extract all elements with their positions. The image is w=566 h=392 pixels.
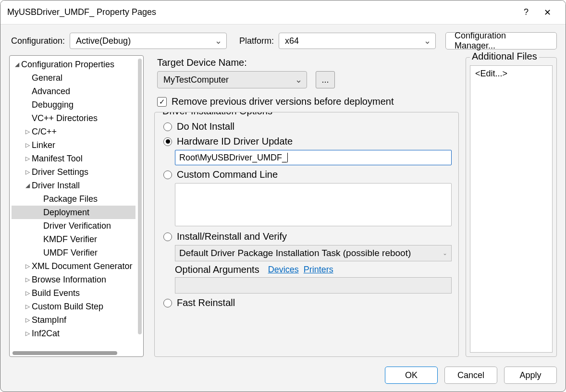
custom-cmd-input[interactable] <box>175 183 452 226</box>
configuration-combo[interactable]: Active(Debug) ⌄ <box>70 33 227 49</box>
target-device-combo[interactable]: MyTestComputer ⌄ <box>157 71 307 88</box>
remove-previous-checkbox[interactable] <box>157 97 167 107</box>
tree-item-label: Build Events <box>32 288 80 298</box>
tree-item-label: Driver Settings <box>32 167 88 177</box>
browse-device-button[interactable]: ... <box>316 71 335 88</box>
tree-item-label: Driver Install <box>32 181 80 191</box>
tree-item-linker[interactable]: ▷Linker <box>12 138 135 152</box>
tree-item-advanced[interactable]: ▷Advanced <box>12 85 135 98</box>
arrow-right-icon: ▷ <box>23 290 32 296</box>
tree-item-general[interactable]: ▷General <box>12 71 135 85</box>
optional-arguments-input[interactable] <box>175 277 452 294</box>
deployment-form: Target Device Name: MyTestComputer ⌄ ...… <box>154 55 459 357</box>
tree-item-label: Manifest Tool <box>32 154 83 164</box>
radio-install-verify-label: Install/Reinstall and Verify <box>177 231 287 242</box>
tree-item-umdf-verifier[interactable]: ▷UMDF Verifier <box>12 246 135 259</box>
additional-files-list[interactable]: <Edit...> <box>470 65 553 353</box>
tree-scrollbar-vertical[interactable] <box>138 59 142 334</box>
tree-item-label: Browse Information <box>32 275 106 285</box>
ok-button[interactable]: OK <box>385 367 438 384</box>
tree-item-driver-verification[interactable]: ▷Driver Verification <box>12 219 135 233</box>
tree-item-label: UMDF Verifier <box>43 248 98 258</box>
tree-scrollbar-horizontal[interactable] <box>12 351 117 355</box>
arrow-right-icon: ▷ <box>23 276 32 283</box>
tree-item-c-c-[interactable]: ▷C/C++ <box>12 125 135 138</box>
hwid-input[interactable]: Root\MyUSBDriver_UMDF_ <box>175 150 452 165</box>
tree-item-label: XML Document Generator <box>32 261 132 271</box>
chevron-down-icon: ⌄ <box>294 74 303 85</box>
tree-item-kmdf-verifier[interactable]: ▷KMDF Verifier <box>12 233 135 246</box>
apply-button[interactable]: Apply <box>504 367 557 384</box>
platform-value: x64 <box>285 36 423 46</box>
arrow-right-icon: ▷ <box>23 155 32 162</box>
tree-item-debugging[interactable]: ▷Debugging <box>12 98 135 111</box>
tree-item-label: Inf2Cat <box>32 329 60 339</box>
remove-previous-label: Remove previous driver versions before d… <box>172 96 394 107</box>
dialog-buttons: OK Cancel Apply <box>0 362 566 392</box>
tree-item-stampinf[interactable]: ▷StampInf <box>12 313 135 327</box>
property-pages-dialog: MyUSBDriver_UMDF_ Property Pages ? ✕ Con… <box>0 0 566 392</box>
tree-item-inf2cat[interactable]: ▷Inf2Cat <box>12 327 135 340</box>
tree-item-package-files[interactable]: ▷Package Files <box>12 192 135 206</box>
tree-item-label: C/C++ <box>32 127 57 137</box>
tree-item-label: Package Files <box>43 194 98 204</box>
hwid-value: Root\MyUSBDriver_UMDF_ <box>179 153 287 163</box>
tree-item-xml-document-generator[interactable]: ▷XML Document Generator <box>12 259 135 273</box>
arrow-right-icon: ▷ <box>23 142 32 148</box>
tree-root[interactable]: ◢Configuration Properties <box>12 58 135 71</box>
radio-custom-cmd-label: Custom Command Line <box>177 169 278 180</box>
tree-item-custom-build-step[interactable]: ▷Custom Build Step <box>12 300 135 313</box>
arrow-right-icon: ▷ <box>23 263 32 270</box>
optional-arguments-label: Optional Arguments <box>175 264 259 275</box>
tree-item-label: KMDF Verifier <box>43 234 97 245</box>
tree-item-label: Linker <box>32 140 55 150</box>
tree-item-browse-information[interactable]: ▷Browse Information <box>12 273 135 286</box>
radio-fast-reinstall[interactable] <box>163 299 172 307</box>
driver-install-options-group: Driver Installation Options Do Not Insta… <box>154 112 459 357</box>
tree-item-label: Driver Verification <box>43 221 111 231</box>
additional-files-edit: <Edit...> <box>475 69 507 78</box>
tree-item-manifest-tool[interactable]: ▷Manifest Tool <box>12 152 135 165</box>
tree-item-deployment[interactable]: ▷Deployment <box>12 206 135 219</box>
driver-install-options-legend: Driver Installation Options <box>160 112 275 117</box>
close-button[interactable]: ✕ <box>537 5 558 20</box>
window-title: MyUSBDriver_UMDF_ Property Pages <box>7 7 516 17</box>
install-verify-task-value: Default Driver Package Installation Task… <box>179 248 411 258</box>
chevron-down-icon: ⌄ <box>423 36 431 46</box>
radio-do-not-install-label: Do Not Install <box>177 121 234 132</box>
tree-item-label: Advanced <box>32 86 70 97</box>
additional-files-group: Additional Files <Edit...> <box>466 57 557 357</box>
tree-item-label: Debugging <box>32 100 74 110</box>
tree-item-build-events[interactable]: ▷Build Events <box>12 286 135 300</box>
help-button[interactable]: ? <box>516 5 537 19</box>
configuration-value: Active(Debug) <box>76 36 214 46</box>
printers-link[interactable]: Printers <box>304 265 333 275</box>
arrow-right-icon: ▷ <box>23 169 32 175</box>
configuration-manager-button[interactable]: Configuration Manager... <box>445 32 557 49</box>
radio-do-not-install[interactable] <box>163 122 172 131</box>
radio-hwid-update[interactable] <box>163 137 172 146</box>
configuration-label: Configuration: <box>11 36 65 46</box>
devices-link[interactable]: Devices <box>268 265 299 275</box>
tree-item-label: Deployment <box>43 208 89 218</box>
arrow-right-icon: ▷ <box>23 303 32 310</box>
radio-hwid-update-label: Hardware ID Driver Update <box>177 136 293 147</box>
install-verify-task-select[interactable]: Default Driver Package Installation Task… <box>175 245 452 261</box>
cancel-button[interactable]: Cancel <box>444 367 497 384</box>
radio-install-verify[interactable] <box>163 233 172 241</box>
additional-files-legend: Additional Files <box>470 51 539 62</box>
tree-item-vc-directories[interactable]: ▷VC++ Directories <box>12 111 135 125</box>
target-device-value: MyTestComputer <box>163 75 294 85</box>
radio-custom-cmd[interactable] <box>163 171 172 179</box>
properties-tree: ◢Configuration Properties▷General▷Advanc… <box>9 55 144 357</box>
arrow-down-icon: ◢ <box>23 182 32 189</box>
tree-item-label: StampInf <box>32 315 66 325</box>
tree-item-driver-settings[interactable]: ▷Driver Settings <box>12 165 135 179</box>
platform-combo[interactable]: x64 ⌄ <box>279 33 436 49</box>
target-device-label: Target Device Name: <box>157 57 459 68</box>
arrow-right-icon: ▷ <box>23 317 32 323</box>
arrow-right-icon: ▷ <box>23 330 32 337</box>
titlebar: MyUSBDriver_UMDF_ Property Pages ? ✕ <box>0 0 566 24</box>
tree-item-label: Custom Build Step <box>32 302 103 312</box>
tree-item-driver-install[interactable]: ◢Driver Install <box>12 179 135 192</box>
